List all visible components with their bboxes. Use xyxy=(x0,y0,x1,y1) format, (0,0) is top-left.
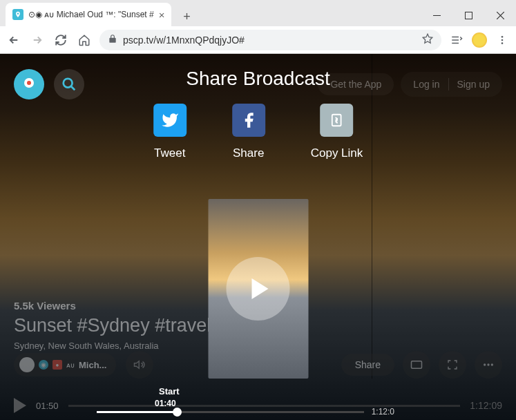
maximize-button[interactable] xyxy=(452,4,484,26)
play-icon xyxy=(252,278,269,299)
reload-button[interactable] xyxy=(52,32,69,48)
viewer-count: 5.5k Viewers xyxy=(14,300,211,312)
svg-point-3 xyxy=(501,39,504,41)
tab-title: ⊙◉ ᴀᴜ Michael Oud ™: "Sunset # xyxy=(28,10,154,19)
start-label: Start xyxy=(159,386,180,397)
au-badge: ᴀᴜ xyxy=(66,361,75,369)
verified-badge: ◉ xyxy=(39,360,48,370)
share-label: Share xyxy=(233,146,264,160)
back-button[interactable] xyxy=(6,32,22,48)
svg-point-2 xyxy=(501,36,504,38)
broadcast-info: 5.5k Viewers Sunset #Sydney #travel Sydn… xyxy=(14,300,211,351)
progress-bar[interactable] xyxy=(68,405,461,407)
theater-mode-button[interactable] xyxy=(403,351,430,379)
play-overlay xyxy=(227,257,290,321)
share-options: Tweet Share Copy Link xyxy=(153,104,363,160)
fullscreen-button[interactable] xyxy=(439,351,466,379)
window-controls xyxy=(421,4,516,26)
browser-tab[interactable]: ⊙◉ ᴀᴜ Michael Oud ™: "Sunset # × xyxy=(6,3,171,26)
url-text: pscp.tv/w/1MnxnQPdqjyJO# xyxy=(123,35,245,46)
slider-end-time: 1:12:0 xyxy=(372,407,394,417)
tweet-label: Tweet xyxy=(154,146,185,160)
tab-close-icon[interactable]: × xyxy=(159,9,165,21)
video-thumbnail[interactable] xyxy=(208,199,308,379)
copy-label: Copy Link xyxy=(311,146,363,160)
periscope-favicon xyxy=(12,9,23,20)
link-icon xyxy=(320,104,353,137)
media-extension-icon[interactable] xyxy=(448,32,465,48)
broadcaster-chip[interactable]: ◉ ● ᴀᴜ Mich... xyxy=(14,353,116,376)
share-button[interactable]: Share xyxy=(341,354,394,376)
bookmark-star-icon[interactable] xyxy=(422,33,433,46)
minimize-button[interactable] xyxy=(421,4,452,26)
broadcaster-name: Mich... xyxy=(79,360,106,370)
lock-icon xyxy=(108,34,117,46)
start-slider[interactable]: 1:12:0 xyxy=(97,411,364,413)
browser-toolbar: pscp.tv/w/1MnxnQPdqjyJO# xyxy=(0,26,516,54)
svg-point-8 xyxy=(484,363,486,365)
tweet-option[interactable]: Tweet xyxy=(153,104,187,160)
live-badge: ● xyxy=(52,360,62,370)
page-content: Get the App Log in Sign up Share Broadca… xyxy=(0,54,516,420)
slider-thumb[interactable] xyxy=(173,408,182,417)
total-duration: 1:12:09 xyxy=(470,400,502,411)
new-tab-button[interactable]: + xyxy=(177,7,196,26)
home-button[interactable] xyxy=(76,32,93,48)
current-time: 01:50 xyxy=(36,401,59,411)
svg-rect-0 xyxy=(433,15,441,16)
broadcast-title: Sunset #Sydney #travel xyxy=(14,315,211,336)
browser-menu-icon[interactable] xyxy=(494,32,510,48)
extension-icon[interactable] xyxy=(472,32,487,48)
close-window-button[interactable] xyxy=(484,4,516,26)
twitter-icon xyxy=(153,104,187,137)
modal-title: Share Broadcast xyxy=(0,68,516,90)
address-bar[interactable]: pscp.tv/w/1MnxnQPdqjyJO# xyxy=(99,30,441,50)
svg-point-9 xyxy=(487,363,489,365)
more-options-button[interactable] xyxy=(475,351,502,379)
broadcast-location: Sydney, New South Wales, Australia xyxy=(14,341,211,351)
svg-rect-1 xyxy=(465,12,472,19)
facebook-share-option[interactable]: Share xyxy=(232,104,265,160)
avatar xyxy=(19,357,35,372)
start-time-control: Start 01:40 1:12:0 xyxy=(97,411,364,413)
copy-link-option[interactable]: Copy Link xyxy=(311,104,363,160)
svg-rect-7 xyxy=(412,361,422,369)
svg-point-10 xyxy=(491,363,493,365)
audio-button[interactable] xyxy=(126,351,153,379)
start-time-value: 01:40 xyxy=(155,399,176,408)
play-button[interactable] xyxy=(14,398,26,413)
window-titlebar: ⊙◉ ᴀᴜ Michael Oud ™: "Sunset # × + xyxy=(0,0,516,26)
facebook-icon xyxy=(232,104,265,137)
forward-button[interactable] xyxy=(29,32,46,48)
svg-point-4 xyxy=(501,42,504,44)
